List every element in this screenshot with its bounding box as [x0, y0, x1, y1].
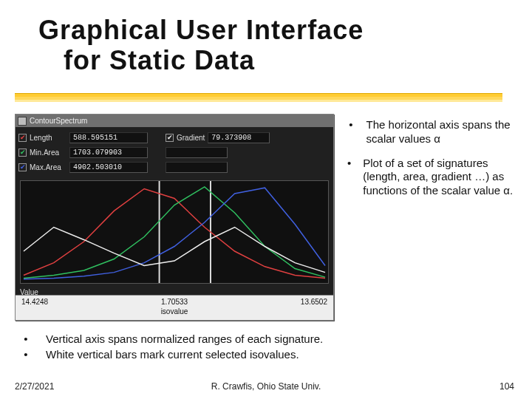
- param-row-maxarea: Max.Area 4902.503010: [18, 160, 330, 174]
- param-value-maxarea[interactable]: 4902.503010: [69, 162, 148, 173]
- contour-spectrum-window: ContourSpectrum Length 588.595151 Gradie…: [15, 114, 334, 321]
- xtick-0: 14.4248: [21, 298, 48, 306]
- title-underline: [15, 93, 502, 102]
- checkbox-minarea[interactable]: [18, 149, 27, 157]
- param-label-maxarea: Max.Area: [30, 163, 66, 171]
- param-label-length: Length: [30, 134, 66, 142]
- right-bullet-2-text: Plot of a set of signatures (length, are…: [363, 157, 517, 198]
- param-row-minarea: Min.Area 1703.079903: [18, 145, 330, 160]
- bullet-dot-icon: •: [21, 348, 31, 361]
- slide-title: Graphical User Interface for Static Data: [38, 15, 497, 76]
- window-titlebar[interactable]: ContourSpectrum: [16, 115, 333, 127]
- param-label-minarea: Min.Area: [30, 149, 66, 157]
- xtick-1: 1.70533: [161, 298, 188, 306]
- lower-bullet-2: • White vertical bars mark current selec…: [21, 348, 508, 361]
- lower-bullet-1: • Vertical axis spans normalized ranges …: [21, 332, 508, 345]
- right-bullet-list: • The horizontal axis spans the scalar v…: [347, 118, 517, 208]
- param-value-empty-2[interactable]: [166, 162, 228, 173]
- signature-plot[interactable]: [20, 180, 329, 284]
- bullet-dot-icon: •: [21, 332, 31, 345]
- right-bullet-1-text: The horizontal axis spans the scalar val…: [366, 118, 517, 146]
- param-value-gradient[interactable]: 79.373908: [208, 132, 270, 143]
- right-bullet-2: • Plot of a set of signatures (length, a…: [347, 157, 517, 198]
- footer-page: 104: [499, 381, 514, 392]
- param-value-length[interactable]: 588.595151: [69, 132, 148, 143]
- lower-bullet-list: • Vertical axis spans normalized ranges …: [21, 332, 508, 364]
- param-value-empty-1[interactable]: [166, 147, 228, 158]
- slide-title-line1: Graphical User Interface: [38, 15, 364, 45]
- param-label-gradient: Gradient: [177, 134, 205, 142]
- window-title: ContourSpectrum: [30, 117, 87, 125]
- xtick-2: 13.6502: [301, 298, 327, 306]
- slide-title-line2: for Static Data: [38, 45, 497, 75]
- bullet-dot-icon: •: [347, 157, 351, 198]
- param-value-minarea[interactable]: 1703.079903: [69, 147, 148, 158]
- plot-x-label: isovalue: [16, 307, 333, 316]
- checkbox-maxarea[interactable]: [18, 163, 27, 171]
- footer-author: R. Crawfis, Ohio State Univ.: [0, 381, 532, 392]
- window-system-icon[interactable]: [18, 117, 27, 126]
- right-bullet-1: • The horizontal axis spans the scalar v…: [347, 118, 517, 146]
- param-row-length: Length 588.595151 Gradient 79.373908: [18, 130, 330, 145]
- checkbox-gradient[interactable]: [166, 134, 174, 142]
- lower-bullet-1-text: Vertical axis spans normalized ranges of…: [46, 332, 323, 345]
- checkbox-length[interactable]: [18, 134, 27, 142]
- parameter-panel: Length 588.595151 Gradient 79.373908 Min…: [18, 130, 330, 177]
- bullet-dot-icon: •: [347, 118, 355, 146]
- plot-x-axis: 14.4248 1.70533 13.6502 isovalue: [16, 295, 333, 320]
- svg-rect-0: [159, 181, 160, 283]
- lower-bullet-2-text: White vertical bars mark current selecte…: [46, 348, 299, 361]
- plot-canvas: [21, 181, 328, 283]
